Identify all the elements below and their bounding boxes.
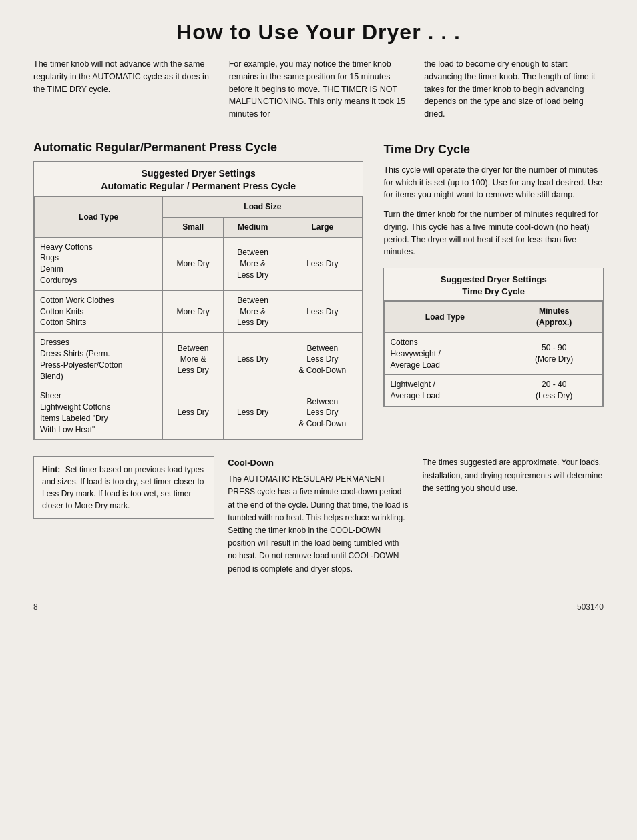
time-dry-heading: Time Dry Cycle [383, 141, 604, 159]
doc-number: 503140 [577, 602, 604, 612]
main-table-row-1-medium: Between More & Less Dry [224, 290, 282, 332]
minutes-header: Minutes(Approx.) [505, 302, 603, 333]
main-table-row-3-medium: Less Dry [224, 386, 282, 440]
times-note: The times suggested are approximate. You… [423, 456, 604, 495]
time-table-row-1-load-type: Lightweight / Average Load [385, 375, 505, 406]
intro-col1: The timer knob will not advance with the… [33, 58, 213, 121]
hint-text: Set timer based on previous load types a… [42, 465, 204, 510]
cool-down-text: The AUTOMATIC REGULAR/ PERMANENT PRESS c… [228, 473, 409, 576]
time-table-row-0-load-type: Cottons Heavyweight / Average Load [385, 332, 505, 374]
large-header: Large [282, 217, 363, 237]
main-table-row-1-load-type: Cotton Work Clothes Cotton Knits Cotton … [35, 290, 163, 332]
main-table-row-2-load-type: Dresses Dress Shirts (Perm. Press-Polyes… [35, 333, 163, 386]
time-dry-para2: Turn the timer knob for the number of mi… [383, 208, 604, 258]
auto-section-heading: Automatic Regular/Permanent Press Cycle [33, 141, 363, 155]
hint-box: Hint: Set timer based on previous load t… [33, 456, 214, 519]
main-table-row-2-small: Between More & Less Dry [163, 333, 224, 386]
load-size-header: Load Size [163, 197, 363, 217]
time-table-title: Suggested Dryer Settings Time Dry Cycle [384, 268, 603, 301]
time-load-type-header: Load Type [385, 302, 505, 333]
main-table-row-0-medium: Between More & Less Dry [224, 237, 282, 290]
main-table-row-0-large: Less Dry [282, 237, 363, 290]
main-table-title: Suggested Dryer Settings Automatic Regul… [34, 162, 363, 197]
page-title: How to Use Your Dryer . . . [33, 20, 604, 45]
small-header: Small [163, 217, 224, 237]
intro-col2: For example, you may notice the timer kn… [229, 58, 409, 121]
main-table-row-3-small: Less Dry [163, 386, 224, 440]
cool-down-section: Cool-Down The AUTOMATIC REGULAR/ PERMANE… [228, 456, 409, 575]
intro-col3: the load to become dry enough to start a… [424, 58, 604, 121]
time-table-row-1-minutes: 20 - 40 (Less Dry) [505, 375, 603, 406]
page-number: 8 [33, 602, 38, 612]
hint-label: Hint: [42, 465, 60, 474]
times-note-text: The times suggested are approximate. You… [423, 456, 604, 495]
main-table-row-2-medium: Less Dry [224, 333, 282, 386]
main-table-row-3-load-type: Sheer Lightweight Cottons Items Labeled … [35, 386, 163, 440]
main-table-row-1-small: More Dry [163, 290, 224, 332]
main-table-row-1-large: Less Dry [282, 290, 363, 332]
main-table-row-3-large: Between Less Dry & Cool-Down [282, 386, 363, 440]
medium-header: Medium [224, 217, 282, 237]
cool-down-heading: Cool-Down [228, 456, 409, 470]
time-table-row-0-minutes: 50 - 90 (More Dry) [505, 332, 603, 374]
main-table-row-0-load-type: Heavy Cottons Rugs Denim Corduroys [35, 237, 163, 290]
main-table-row-2-large: Between Less Dry & Cool-Down [282, 333, 363, 386]
time-dry-para1: This cycle will operate the dryer for th… [383, 164, 604, 201]
load-type-header: Load Type [35, 197, 163, 237]
main-table-row-0-small: More Dry [163, 237, 224, 290]
